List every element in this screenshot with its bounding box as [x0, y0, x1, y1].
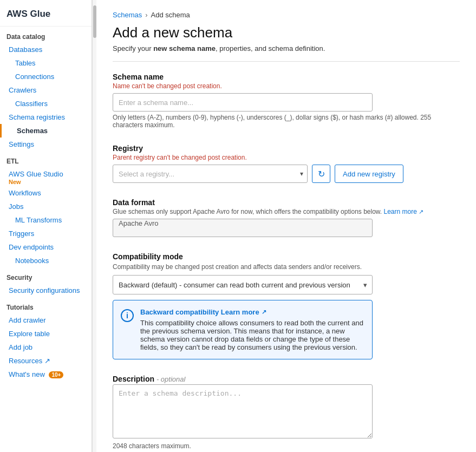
- registry-refresh-button[interactable]: ↻: [312, 165, 330, 183]
- compatibility-mode-label: Compatibility mode: [113, 252, 460, 261]
- breadcrumb: Schemas › Add schema: [113, 11, 460, 19]
- registry-section: Registry Parent registry can't be change…: [113, 144, 460, 183]
- data-format-value: Apache Avro: [113, 219, 373, 237]
- info-box-body: This compatibility choice allows consume…: [140, 319, 363, 351]
- registry-select[interactable]: Select a registry...: [113, 165, 308, 183]
- whats-new-badge: 10+: [49, 371, 63, 378]
- schema-name-label: Schema name: [113, 73, 460, 81]
- info-box-content: Backward compatibility Learn more ↗ This…: [140, 308, 363, 351]
- info-icon: i: [121, 309, 134, 322]
- schema-name-input[interactable]: [113, 93, 373, 112]
- sidebar-item-schema-registries[interactable]: Schema registries: [0, 110, 92, 124]
- info-box-title: Backward compatibility Learn more ↗: [140, 308, 363, 316]
- data-format-section: Data format Glue schemas only support Ap…: [113, 198, 460, 237]
- schema-name-sublabel: Name can't be changed post creation.: [113, 82, 460, 90]
- registry-select-wrapper: Select a registry... ▾: [113, 165, 308, 183]
- data-format-learn-more-link[interactable]: Learn more ↗: [384, 208, 424, 215]
- sidebar-item-tables[interactable]: Tables: [0, 56, 92, 70]
- data-format-hint: Glue schemas only support Apache Avro fo…: [113, 208, 460, 215]
- sidebar-item-settings[interactable]: Settings: [0, 137, 92, 151]
- learn-more-ext-icon: ↗: [419, 208, 423, 215]
- sidebar-item-schemas[interactable]: Schemas: [0, 124, 92, 137]
- refresh-icon: ↻: [318, 169, 325, 179]
- sidebar-scrollbar-track[interactable]: [92, 0, 96, 452]
- info-ext-link-icon: ↗: [262, 309, 266, 316]
- sidebar-item-add-job[interactable]: Add job: [0, 340, 92, 354]
- breadcrumb-parent[interactable]: Schemas: [113, 11, 142, 19]
- description-section: Description - optional 2048 characters m…: [113, 375, 460, 450]
- add-new-registry-button[interactable]: Add new registry: [335, 165, 403, 183]
- schema-name-hint: Only letters (A-Z), numbers (0-9), hyphe…: [113, 114, 460, 129]
- description-char-limit: 2048 characters maximum.: [113, 442, 460, 450]
- section-security: Security: [0, 267, 92, 284]
- sidebar-item-resources[interactable]: Resources ↗: [0, 354, 92, 368]
- sidebar-item-add-crawler[interactable]: Add crawler: [0, 313, 92, 327]
- sidebar-item-whats-new[interactable]: What's new 10+: [0, 368, 92, 381]
- sidebar-item-classifiers[interactable]: Classifiers: [0, 97, 92, 110]
- sidebar-item-dev-endpoints[interactable]: Dev endpoints: [0, 240, 92, 254]
- sidebar-scrollbar-thumb[interactable]: [93, 5, 96, 38]
- sidebar-item-triggers[interactable]: Triggers: [0, 227, 92, 240]
- sidebar-new-badge: New: [0, 179, 92, 185]
- sidebar-item-workflows[interactable]: Workflows: [0, 186, 92, 200]
- description-optional-label: - optional: [157, 375, 185, 383]
- sidebar-item-databases[interactable]: Databases: [0, 43, 92, 56]
- compatibility-mode-section: Compatibility mode Compatibility may be …: [113, 252, 460, 359]
- breadcrumb-current: Add schema: [151, 11, 190, 19]
- sidebar-item-notebooks[interactable]: Notebooks: [0, 254, 92, 267]
- sidebar-item-crawlers[interactable]: Crawlers: [0, 83, 92, 97]
- main-content: Schemas › Add schema Add a new schema Sp…: [96, 0, 476, 452]
- description-textarea[interactable]: [113, 384, 373, 438]
- sidebar-item-security-configurations[interactable]: Security configurations: [0, 284, 92, 297]
- schema-name-section: Schema name Name can't be changed post c…: [113, 73, 460, 129]
- compatibility-select[interactable]: Backward (default) - consumer can read b…: [113, 275, 373, 294]
- registry-sublabel: Parent registry can't be changed post cr…: [113, 154, 460, 161]
- sidebar: AWS Glue Data catalog Databases Tables C…: [0, 0, 92, 452]
- page-subtitle: Specify your new schema name, properties…: [113, 44, 460, 62]
- section-tutorials: Tutorials: [0, 297, 92, 313]
- sidebar-item-explore-table[interactable]: Explore table: [0, 327, 92, 340]
- registry-row: Select a registry... ▾ ↻ Add new registr…: [113, 165, 460, 183]
- data-format-label: Data format: [113, 198, 460, 207]
- sidebar-item-jobs[interactable]: Jobs: [0, 200, 92, 213]
- section-data-catalog: Data catalog: [0, 27, 92, 43]
- app-logo: AWS Glue: [0, 0, 92, 27]
- compatibility-info-box: i Backward compatibility Learn more ↗ Th…: [113, 300, 373, 359]
- registry-label: Registry: [113, 144, 460, 153]
- breadcrumb-separator: ›: [145, 11, 147, 19]
- sidebar-item-ml-transforms[interactable]: ML Transforms: [0, 213, 92, 227]
- description-label: Description - optional: [113, 375, 460, 383]
- compatibility-select-wrapper: Backward (default) - consumer can read b…: [113, 275, 373, 294]
- page-title: Add a new schema: [113, 24, 460, 41]
- compatibility-mode-hint: Compatibility may be changed post creati…: [113, 263, 460, 271]
- sidebar-item-connections[interactable]: Connections: [0, 70, 92, 83]
- section-etl: ETL: [0, 151, 92, 167]
